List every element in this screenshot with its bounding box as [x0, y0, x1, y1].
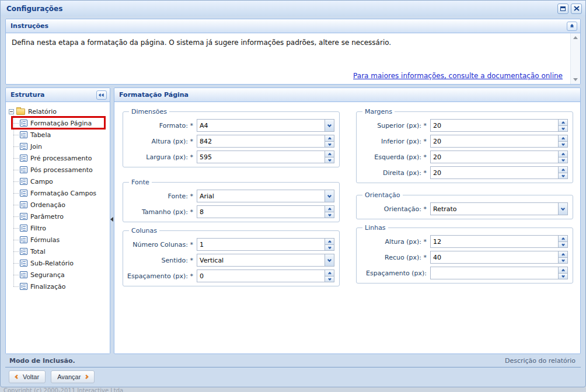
espacamento-colunas-input[interactable]: 0 — [197, 270, 325, 282]
superior-spin-down-button[interactable] — [558, 126, 568, 132]
tree-item-formulas[interactable]: Fórmulas — [11, 234, 109, 246]
tree-item-finalizacao[interactable]: Finalização — [11, 281, 109, 292]
altura-linhas-input[interactable]: 12 — [430, 235, 558, 248]
window-title: Configurações — [6, 5, 555, 13]
altura-input[interactable]: 842 — [197, 135, 325, 148]
espacamento-colunas-field: 0 — [197, 270, 334, 282]
altura-linhas-field: 12 — [430, 235, 568, 248]
espacamento-colunas-spin-up-button[interactable] — [325, 270, 334, 276]
report-step-icon — [20, 213, 27, 220]
voltar-button-label: Voltar — [23, 373, 39, 380]
fonte-input[interactable]: Arial — [197, 190, 325, 202]
largura-input[interactable]: 595 — [197, 150, 325, 163]
tree-item-total[interactable]: Total — [11, 246, 109, 257]
tamanho-spinner — [325, 205, 334, 218]
superior-input[interactable]: 20 — [430, 119, 558, 132]
fonte-dropdown-trigger[interactable] — [325, 190, 334, 202]
esquerda-spin-down-button[interactable] — [558, 158, 568, 164]
tree-item-ordenacao[interactable]: Ordenação — [11, 199, 109, 211]
tamanho-spin-up-button[interactable] — [325, 205, 334, 212]
formato-input[interactable]: A4 — [197, 119, 325, 132]
chevron-up-icon — [561, 169, 565, 172]
direita-field: 20 — [430, 166, 568, 179]
recuo-spin-up-button[interactable] — [558, 251, 568, 258]
tree-item-campo[interactable]: Campo — [11, 176, 109, 187]
collapse-node-icon[interactable] — [9, 109, 14, 114]
sentido-input[interactable]: Vertical — [197, 254, 325, 267]
tree-item-formatacao-pagina[interactable]: Formatação Página — [11, 117, 109, 129]
tree-root-relatorio[interactable]: Relatório — [8, 106, 109, 117]
button-bar: Voltar Avançar — [5, 368, 581, 386]
instructions-scrollbar[interactable] — [570, 33, 580, 84]
maximize-button[interactable] — [557, 4, 568, 14]
esquerda-label: Esquerda (px): * — [359, 153, 430, 161]
altura-spin-down-button[interactable] — [325, 142, 334, 148]
superior-spin-up-button[interactable] — [558, 119, 568, 126]
largura-spin-down-button[interactable] — [325, 158, 334, 164]
altura-linhas-label: Altura (px): * — [359, 238, 430, 246]
direita-spin-up-button[interactable] — [558, 166, 568, 173]
recuo-spinner — [558, 251, 568, 264]
formato-dropdown-trigger[interactable] — [325, 119, 334, 132]
numero-colunas-spin-down-button[interactable] — [325, 245, 334, 251]
esquerda-input[interactable]: 20 — [430, 150, 558, 163]
chevron-down-icon — [561, 258, 565, 262]
form-row-altura-linhas: Altura (px): *12 — [359, 235, 568, 248]
report-step-icon — [20, 283, 27, 290]
inferior-spin-up-button[interactable] — [558, 135, 568, 142]
tree-item-sub-relatorio[interactable]: Sub-Relatório — [11, 257, 109, 269]
orientacao-input[interactable]: Retrato — [430, 202, 558, 215]
direita-input[interactable]: 20 — [430, 166, 558, 179]
close-button[interactable] — [571, 4, 582, 14]
tree-item-parametro[interactable]: Parâmetro — [11, 211, 109, 222]
espacamento-linhas-spin-down-button[interactable] — [558, 274, 568, 280]
numero-colunas-input[interactable]: 1 — [197, 238, 325, 251]
altura-linhas-spin-up-button[interactable] — [558, 235, 568, 242]
recuo-field: 40 — [430, 251, 568, 264]
direita-spin-down-button[interactable] — [558, 173, 568, 180]
tree-item-seguranca[interactable]: Segurança — [11, 269, 109, 281]
voltar-button[interactable]: Voltar — [9, 370, 46, 383]
inferior-input[interactable]: 20 — [430, 135, 558, 148]
chevron-up-icon — [561, 137, 565, 141]
documentation-link[interactable]: Para maiores informações, consulte a doc… — [353, 72, 563, 80]
espacamento-colunas-spin-down-button[interactable] — [325, 276, 334, 283]
chevron-up-icon — [328, 240, 332, 244]
scroll-up-icon[interactable] — [573, 36, 578, 39]
altura-linhas-spin-down-button[interactable] — [558, 242, 568, 249]
avancar-button[interactable]: Avançar — [51, 370, 95, 383]
esquerda-spin-up-button[interactable] — [558, 150, 568, 158]
tree-item-filtro[interactable]: Filtro — [11, 222, 109, 234]
tree-item-pos-processamento[interactable]: Pós processamento — [11, 164, 109, 176]
recuo-input[interactable]: 40 — [430, 251, 558, 264]
form-row-espacamento-colunas: Espaçamento (px): *0 — [125, 270, 334, 282]
fieldset-orientacao: OrientaçãoOrientação: *Retrato — [356, 191, 573, 219]
largura-spin-up-button[interactable] — [325, 150, 334, 158]
window-titlebar[interactable]: Configurações — [1, 1, 585, 16]
double-chevron-left-icon — [99, 94, 104, 96]
tree-item-tabela[interactable]: Tabela — [11, 129, 109, 141]
espacamento-linhas-input[interactable] — [430, 267, 558, 279]
orientacao-dropdown-trigger[interactable] — [558, 202, 568, 215]
numero-colunas-label: Número Colunas: * — [125, 241, 197, 249]
collapse-structure-button[interactable] — [96, 90, 107, 100]
panel-splitter[interactable] — [110, 88, 114, 354]
tamanho-input[interactable]: 8 — [197, 205, 325, 218]
sentido-dropdown-trigger[interactable] — [325, 254, 334, 267]
collapse-instructions-button[interactable] — [567, 22, 577, 31]
chevron-down-icon — [561, 127, 565, 130]
numero-colunas-spin-up-button[interactable] — [325, 238, 334, 245]
scroll-down-icon[interactable] — [573, 78, 578, 81]
tamanho-spin-down-button[interactable] — [325, 212, 334, 219]
espacamento-linhas-spin-up-button[interactable] — [558, 267, 568, 274]
inferior-spin-down-button[interactable] — [558, 142, 568, 148]
tree-item-join[interactable]: Join — [11, 141, 109, 152]
maximize-icon — [560, 6, 566, 11]
altura-spin-up-button[interactable] — [325, 135, 334, 142]
recuo-spin-down-button[interactable] — [558, 258, 568, 264]
tree-item-label: Pré processamento — [30, 155, 92, 162]
splitter-collapse-icon[interactable] — [110, 217, 113, 222]
instructions-title: Instruções — [11, 22, 567, 30]
tree-item-pre-processamento[interactable]: Pré processamento — [11, 152, 109, 164]
tree-item-formatacao-campos[interactable]: Formatação Campos — [11, 187, 109, 199]
